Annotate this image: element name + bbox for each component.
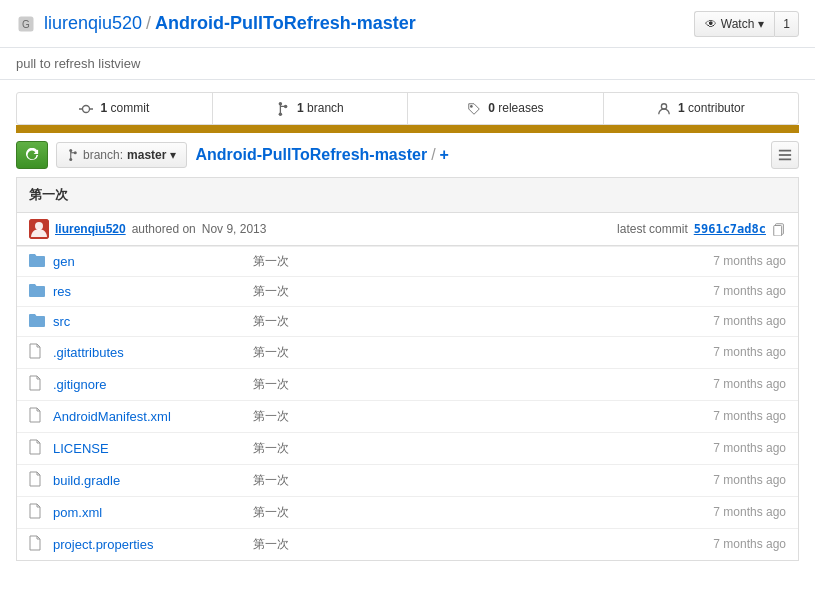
breadcrumb-add-link[interactable]: + <box>440 146 449 164</box>
language-bar <box>16 125 799 133</box>
branch-selector[interactable]: branch: master ▾ <box>56 142 187 168</box>
clipboard-icon[interactable] <box>772 222 786 236</box>
file-name-link[interactable]: gen <box>53 254 253 269</box>
file-commit-message: 第一次 <box>253 253 686 270</box>
svg-point-15 <box>69 158 72 161</box>
sync-button[interactable] <box>16 141 48 169</box>
commit-date: Nov 9, 2013 <box>202 222 267 236</box>
repo-title: liurenqiu520 / Android-PullToRefresh-mas… <box>44 13 694 34</box>
file-commit-message: 第一次 <box>253 283 686 300</box>
sync-icon <box>25 148 39 162</box>
watch-button[interactable]: 👁 Watch ▾ <box>694 11 775 37</box>
file-commit-message: 第一次 <box>253 344 686 361</box>
file-time: 7 months ago <box>686 409 786 423</box>
svg-point-16 <box>74 151 77 154</box>
folder-icon <box>29 253 47 270</box>
commit-detail: liurenqiu520 authored on Nov 9, 2013 lat… <box>16 213 799 246</box>
repo-description: pull to refresh listview <box>0 48 815 80</box>
table-row: build.gradle第一次7 months ago <box>17 464 798 496</box>
svg-rect-19 <box>779 158 791 160</box>
stats-bar: 1 commit 1 branch 0 releases 1 contribut… <box>16 92 799 125</box>
branch-icon-small <box>67 149 79 161</box>
folder-icon <box>29 283 47 300</box>
svg-point-8 <box>278 112 282 116</box>
table-row: src第一次7 months ago <box>17 306 798 336</box>
svg-rect-18 <box>779 154 791 156</box>
file-toolbar: branch: master ▾ Android-PullToRefresh-m… <box>16 141 799 169</box>
author-avatar <box>29 219 49 239</box>
file-name-link[interactable]: .gitattributes <box>53 345 253 360</box>
branch-name-label: master <box>127 148 166 162</box>
svg-rect-23 <box>774 225 782 236</box>
file-time: 7 months ago <box>686 284 786 298</box>
list-icon <box>778 148 792 162</box>
file-name-link[interactable]: res <box>53 284 253 299</box>
file-name-link[interactable]: AndroidManifest.xml <box>53 409 253 424</box>
watch-count: 1 <box>774 11 799 37</box>
file-commit-message: 第一次 <box>253 440 686 457</box>
commit-detail-right: latest commit 5961c7ad8c <box>617 222 786 236</box>
file-commit-message: 第一次 <box>253 313 686 330</box>
repo-icon: G <box>16 14 36 34</box>
file-icon <box>29 407 47 426</box>
svg-point-14 <box>69 149 72 152</box>
table-row: pom.xml第一次7 months ago <box>17 496 798 528</box>
file-time: 7 months ago <box>686 345 786 359</box>
file-icon <box>29 439 47 458</box>
table-row: .gitattributes第一次7 months ago <box>17 336 798 368</box>
tag-icon <box>467 102 481 116</box>
file-commit-message: 第一次 <box>253 536 686 553</box>
commit-message: 第一次 <box>29 187 68 202</box>
file-commit-message: 第一次 <box>253 408 686 425</box>
table-row: AndroidManifest.xml第一次7 months ago <box>17 400 798 432</box>
repo-owner-link[interactable]: liurenqiu520 <box>44 13 142 34</box>
file-list: gen第一次7 months agores第一次7 months agosrc第… <box>16 246 799 561</box>
file-commit-message: 第一次 <box>253 376 686 393</box>
commit-hash-link[interactable]: 5961c7ad8c <box>694 222 766 236</box>
svg-point-2 <box>83 105 90 112</box>
file-name-link[interactable]: build.gradle <box>53 473 253 488</box>
svg-point-9 <box>284 104 288 108</box>
file-name-link[interactable]: LICENSE <box>53 441 253 456</box>
file-time: 7 months ago <box>686 505 786 519</box>
file-icon <box>29 343 47 362</box>
author-link[interactable]: liurenqiu520 <box>55 222 126 236</box>
file-time: 7 months ago <box>686 314 786 328</box>
commit-action: authored on <box>132 222 196 236</box>
svg-rect-17 <box>779 150 791 152</box>
file-time: 7 months ago <box>686 441 786 455</box>
eye-icon: 👁 <box>705 17 717 31</box>
table-row: .gitignore第一次7 months ago <box>17 368 798 400</box>
stats-releases[interactable]: 0 releases <box>408 93 604 124</box>
repo-name-link[interactable]: Android-PullToRefresh-master <box>155 13 416 34</box>
watch-label: Watch <box>721 17 755 31</box>
svg-point-11 <box>661 104 666 109</box>
file-name-link[interactable]: src <box>53 314 253 329</box>
file-name-link[interactable]: pom.xml <box>53 505 253 520</box>
file-name-link[interactable]: .gitignore <box>53 377 253 392</box>
commit-header: 第一次 <box>16 177 799 213</box>
file-icon <box>29 535 47 554</box>
file-icon <box>29 471 47 490</box>
breadcrumb: Android-PullToRefresh-master / + <box>195 146 449 164</box>
table-row: LICENSE第一次7 months ago <box>17 432 798 464</box>
file-name-link[interactable]: project.properties <box>53 537 253 552</box>
list-view-button[interactable] <box>771 141 799 169</box>
contributor-icon <box>657 102 671 116</box>
table-row: res第一次7 months ago <box>17 276 798 306</box>
stats-branches[interactable]: 1 branch <box>213 93 409 124</box>
commit-icon <box>79 102 93 116</box>
svg-point-10 <box>470 105 473 108</box>
page-header: G liurenqiu520 / Android-PullToRefresh-m… <box>0 0 815 48</box>
file-icon <box>29 503 47 522</box>
branch-chevron-icon: ▾ <box>170 148 176 162</box>
table-row: project.properties第一次7 months ago <box>17 528 798 560</box>
folder-icon <box>29 313 47 330</box>
stats-commits[interactable]: 1 commit <box>17 93 213 124</box>
stats-contributors[interactable]: 1 contributor <box>604 93 799 124</box>
breadcrumb-root-link[interactable]: Android-PullToRefresh-master <box>195 146 427 164</box>
latest-commit-label: latest commit <box>617 222 688 236</box>
svg-point-21 <box>35 222 43 230</box>
commit-detail-left: liurenqiu520 authored on Nov 9, 2013 <box>29 219 266 239</box>
file-time: 7 months ago <box>686 254 786 268</box>
